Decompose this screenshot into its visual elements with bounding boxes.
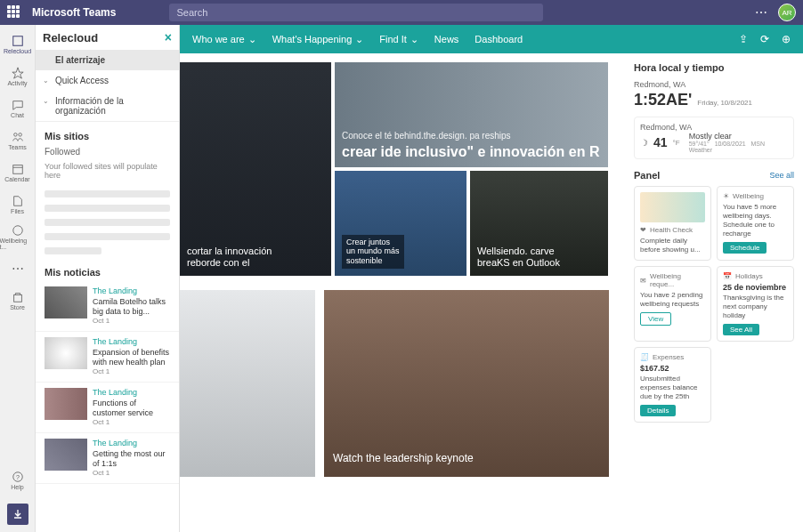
news-item[interactable]: The LandingExpansion of benefits with ne…: [36, 332, 179, 383]
details-button[interactable]: Details: [640, 405, 676, 416]
skeleton-line: [45, 205, 170, 212]
tile-caption: Watch the leadership keynote: [333, 452, 474, 464]
share-icon[interactable]: ⇪: [739, 33, 748, 45]
followed-empty-text: Your followed sites will populate here: [36, 160, 179, 187]
main-content: Who we are ⌄ What's Happening ⌄ Find It …: [180, 25, 803, 532]
hero-tile[interactable]: Wellsiendo. carvebreaKS en Outlook: [470, 171, 608, 276]
news-thumbnail: [45, 439, 87, 471]
card-illustration: [640, 192, 705, 222]
close-icon[interactable]: ×: [165, 30, 172, 44]
card-health-check[interactable]: ❤Health Check Complete daily before show…: [634, 186, 711, 261]
inbox-icon: ✉: [640, 277, 646, 285]
download-button[interactable]: [7, 504, 28, 525]
svg-rect-3: [12, 165, 22, 174]
rail-wellbeing[interactable]: Wellbeing t...: [0, 221, 36, 253]
nav-whats-happening[interactable]: What's Happening ⌄: [272, 34, 364, 45]
side-panel: Relecloud × El aterrizaje ⌄Quick Access …: [36, 25, 180, 532]
refresh-icon[interactable]: ⟳: [760, 33, 769, 45]
moon-icon: ☽: [640, 138, 648, 148]
schedule-button[interactable]: Schedule: [723, 242, 766, 254]
nav-find-it[interactable]: Find It ⌄: [379, 34, 418, 45]
rail-files[interactable]: Files: [0, 189, 36, 221]
chevron-down-icon: ⌄: [410, 34, 418, 45]
svg-rect-0: [12, 36, 22, 46]
view-button[interactable]: View: [640, 312, 671, 326]
panel-title: Relecloud: [43, 31, 98, 44]
avatar[interactable]: AR: [778, 4, 796, 21]
skeleton-line: [45, 247, 101, 254]
news-item[interactable]: The LandingFunctions of customer service…: [36, 383, 179, 433]
svg-point-2: [18, 133, 21, 137]
right-column: Hora local y tiempo Redmond, WA 1:52AE' …: [625, 53, 803, 532]
app-rail: Relecloud Activity Chat Teams Calendar F…: [0, 25, 36, 532]
nav-who-we-are[interactable]: Who we are ⌄: [192, 34, 256, 45]
app-title: Microsoft Teams: [32, 6, 116, 19]
card-holidays[interactable]: 📅Holidays 25 de noviembre Thanksgiving i…: [717, 266, 794, 342]
skeleton-line: [45, 190, 170, 197]
followed-label: Followed: [36, 145, 179, 160]
card-wellbeing-requests[interactable]: ✉Wellbeing reque... You have 2 pending w…: [634, 266, 711, 342]
time-heading: Hora local y tiempo: [634, 62, 794, 73]
nav-el-aterrizaje[interactable]: El aterrizaje: [36, 50, 179, 70]
news-item[interactable]: The LandingGetting the most our of 1:1sO…: [36, 433, 179, 484]
receipt-icon: 🧾: [640, 353, 649, 361]
search-input[interactable]: [169, 4, 543, 21]
chevron-down-icon: ⌄: [248, 34, 256, 45]
rail-store[interactable]: Store: [0, 285, 36, 317]
more-icon[interactable]: ⋯: [755, 5, 767, 20]
svg-text:?: ?: [16, 474, 20, 480]
nav-quick-access[interactable]: ⌄Quick Access: [36, 70, 179, 91]
rail-chat[interactable]: Chat: [0, 93, 36, 125]
rail-calendar[interactable]: Calendar: [0, 157, 36, 189]
sun-icon: ☀: [723, 192, 729, 200]
nav-org-info[interactable]: ⌄Información de la organización: [36, 91, 179, 121]
my-news-heading: Mis noticias: [36, 258, 179, 281]
local-time: 1:52AE': [634, 91, 692, 109]
hero-tile[interactable]: Conoce el té behind.the.design. pa reshi…: [335, 62, 608, 167]
rail-activity[interactable]: Activity: [0, 60, 36, 93]
calendar-icon: 📅: [723, 272, 732, 280]
heart-icon: ❤: [640, 226, 646, 234]
svg-rect-6: [13, 294, 21, 302]
hero-tile[interactable]: cortar la innovaciónreborde con el: [180, 62, 331, 276]
chevron-down-icon: ⌄: [43, 77, 49, 85]
site-navbar: Who we are ⌄ What's Happening ⌄ Find It …: [180, 25, 803, 53]
card-expenses[interactable]: 🧾Expenses $167.52 Unsubmitted expenses b…: [634, 347, 711, 423]
panel-heading: Panel: [634, 170, 660, 181]
skeleton-line: [45, 219, 170, 226]
app-launcher-icon[interactable]: [7, 5, 21, 20]
rail-more[interactable]: ⋯: [0, 253, 36, 285]
news-thumbnail: [45, 388, 87, 420]
nav-news[interactable]: News: [434, 34, 459, 44]
svg-point-1: [13, 133, 17, 137]
my-sites-heading: Mis sitios: [36, 122, 179, 145]
globe-icon[interactable]: ⊕: [782, 33, 791, 45]
location-text: Redmond, WA: [634, 80, 794, 89]
skeleton-line: [45, 233, 170, 240]
chevron-down-icon: ⌄: [43, 97, 49, 105]
rail-teams[interactable]: Teams: [0, 125, 36, 157]
card-wellbeing-days[interactable]: ☀Wellbeing You have 5 more wellbeing day…: [717, 186, 794, 261]
see-all-button[interactable]: See All: [723, 324, 759, 335]
nav-dashboard[interactable]: Dashboard: [474, 34, 523, 44]
svg-point-5: [12, 225, 22, 235]
rail-help[interactable]: ?Help: [0, 464, 36, 496]
search-wrap: [169, 4, 543, 21]
see-all-link[interactable]: See all: [769, 171, 794, 180]
local-date: Friday, 10/8/2021: [697, 99, 752, 107]
hero-tile[interactable]: Crear juntosun mundo mássostenible: [335, 171, 466, 276]
secondary-tile[interactable]: [180, 290, 315, 477]
chevron-down-icon: ⌄: [355, 34, 363, 45]
weather-card[interactable]: Redmond, WA ☽ 41 °F Mostly clear 59°/41°…: [634, 117, 794, 159]
title-bar: Microsoft Teams ⋯ AR: [0, 0, 803, 25]
secondary-tile[interactable]: Watch the leadership keynote: [324, 290, 609, 477]
news-thumbnail: [45, 286, 87, 318]
rail-relecloud[interactable]: Relecloud: [0, 28, 36, 60]
news-item[interactable]: The LandingCamila Botelho talks big data…: [36, 281, 179, 332]
news-thumbnail: [45, 337, 87, 369]
